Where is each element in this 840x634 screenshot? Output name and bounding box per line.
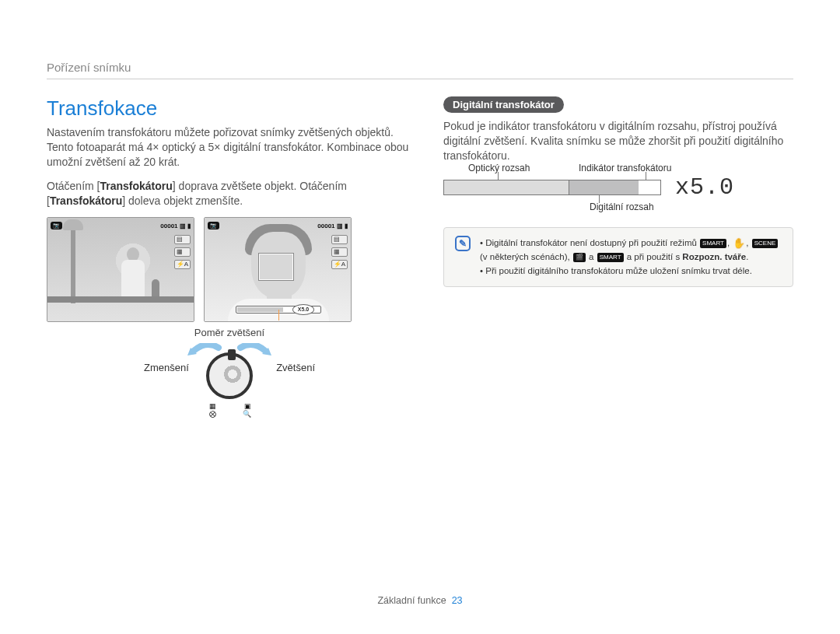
camera-mode-icon: 📷: [208, 222, 219, 229]
zoom-ratio-label: Poměr zvětšení: [47, 327, 412, 338]
smart-mode-icon: SMART: [700, 239, 726, 248]
zoom-in-label: Zvětšení: [276, 362, 315, 373]
zoom-range-diagram: Optický rozsah Indikátor transfokátoru D…: [443, 180, 661, 195]
note-icon: ✎: [455, 236, 471, 251]
note-box: ✎ Digitální transfokátor není dostupný p…: [443, 227, 793, 287]
section-heading: Transfokace: [47, 96, 412, 121]
osd-quality-icon: ▦: [174, 247, 191, 257]
page-footer: Základní funkce 23: [0, 595, 840, 606]
optical-range-label: Optický rozsah: [468, 163, 530, 173]
smart-movie-mode-icon: SMART: [597, 253, 624, 262]
note-item-1: Digitální transfokátor není dostupný při…: [480, 236, 782, 264]
zoom-out-label: Zmenšení: [144, 362, 189, 373]
breadcrumb: Pořízení snímku: [47, 61, 793, 79]
osd-size-icon: ▤: [174, 235, 191, 244]
zoom-dial-icon: [206, 352, 253, 399]
subsection-pill: Digitální transfokátor: [443, 96, 564, 113]
focus-frame-icon: [259, 254, 293, 280]
digital-zoom-paragraph: Pokud je indikátor transfokátoru v digit…: [443, 119, 793, 163]
movie-mode-icon: 🎬: [573, 253, 586, 262]
zoom-value-readout: x5.0: [675, 174, 734, 201]
usage-paragraph: Otáčením [Transfokátoru] doprava zvětšet…: [47, 179, 412, 208]
example-screen-zoomed: 📷 00001 ▥ ▮ ▤ ▦ ⚡A X5.0: [204, 217, 352, 322]
digital-range-label: Digitální rozsah: [590, 201, 654, 212]
intro-paragraph: Nastavením transfokátoru můžete pořizova…: [47, 125, 412, 170]
ois-mode-icon: ✋: [733, 240, 745, 247]
scene-mode-icon: SCENE: [752, 239, 779, 248]
zoom-indicator-label: Indikátor transfokátoru: [579, 163, 695, 173]
note-item-2: Při použití digitálního transfokátoru mů…: [480, 264, 782, 278]
camera-mode-icon: 📷: [51, 222, 62, 229]
osd-flash-icon: ⚡A: [174, 260, 191, 269]
example-screen-wide: 📷 00001 ▥ ▮ ▤ ▦ ⚡A: [47, 217, 194, 322]
